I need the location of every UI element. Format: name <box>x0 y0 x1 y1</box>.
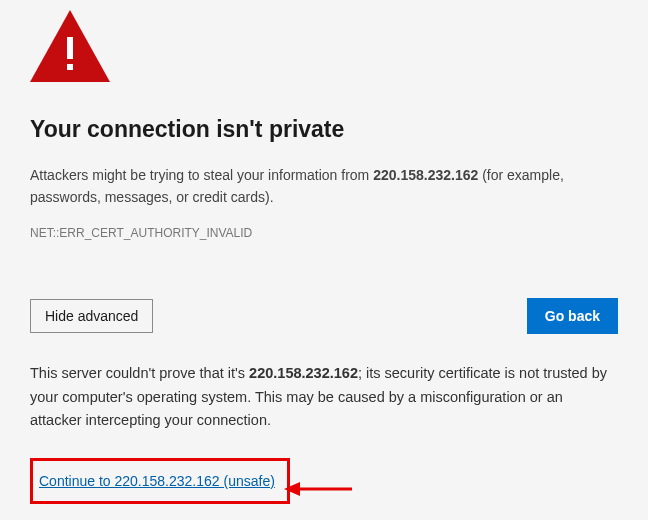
page-title: Your connection isn't private <box>30 116 618 143</box>
warning-triangle-icon <box>30 10 618 86</box>
button-row: Hide advanced Go back <box>30 298 618 334</box>
detail-paragraph: This server couldn't prove that it's 220… <box>30 362 618 432</box>
detail-prefix: This server couldn't prove that it's <box>30 365 249 381</box>
proceed-highlight-box: Continue to 220.158.232.162 (unsafe) <box>30 458 290 504</box>
error-code: NET::ERR_CERT_AUTHORITY_INVALID <box>30 226 618 240</box>
warning-prefix: Attackers might be trying to steal your … <box>30 167 373 183</box>
warning-host: 220.158.232.162 <box>373 167 478 183</box>
continue-unsafe-link[interactable]: Continue to 220.158.232.162 (unsafe) <box>39 473 275 489</box>
warning-paragraph: Attackers might be trying to steal your … <box>30 165 618 208</box>
detail-host: 220.158.232.162 <box>249 365 358 381</box>
go-back-button[interactable]: Go back <box>527 298 618 334</box>
svg-rect-1 <box>67 37 73 59</box>
svg-rect-2 <box>67 64 73 70</box>
hide-advanced-button[interactable]: Hide advanced <box>30 299 153 333</box>
